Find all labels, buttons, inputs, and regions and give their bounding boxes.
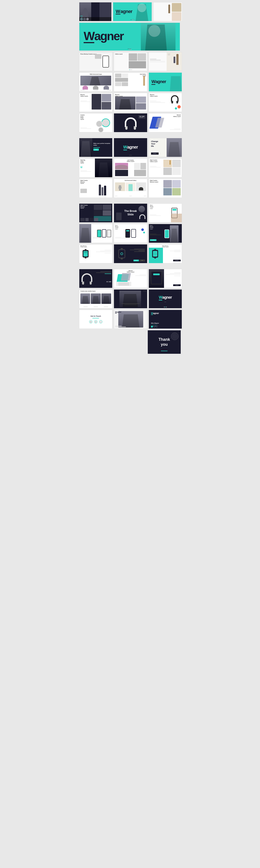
slide-width-horiz-label: Width Horizontal Image (90, 73, 102, 75)
right-creative-masonry-left-label: Right CreativeMasonryLayout (80, 180, 88, 184)
slide-break[interactable]: The Break Slide (114, 204, 147, 222)
slide-right-creative-gallery[interactable]: Right CreativeGallery Layout (149, 158, 182, 178)
slide-hero-main[interactable]: Wagner WAGNER (113, 2, 152, 21)
slide-wagner-dark2[interactable]: Wagner PRO (149, 289, 182, 308)
slide-label-phone: Phone Mockup Creative Layout (80, 53, 96, 55)
slide-person-light[interactable]: Wagner (114, 310, 147, 329)
slide-right-big[interactable]: Right BigImageLayout W (79, 158, 112, 178)
slide-right-layout[interactable]: LOGOTYPE (149, 52, 182, 71)
slide-dots (131, 20, 134, 20)
section2-row3: Right CreativeMasonryLayout Grid Horizon… (79, 179, 181, 198)
slide-change-your-life[interactable]: ChangeYourlife Read More (149, 138, 182, 157)
slide-grid-gallery-label: Grid GalleryLayout (140, 73, 146, 76)
get-in-touch-label: Get In Touch (81, 315, 111, 317)
section1-row6: CreativeCircleImageLayout (79, 113, 181, 132)
section-separator-1 (79, 134, 181, 138)
hero-full-text: agner (94, 29, 124, 43)
section3-row2: PhoneMockupCreativeLayout (79, 224, 181, 243)
slide-logo-layout[interactable]: ive yout (153, 2, 182, 21)
slide-label-gallery: Gallery Layout (115, 53, 123, 55)
slide-phone-mockup-1[interactable]: Phone Mockup Creative Layout (79, 52, 112, 71)
slide-right-creative-masonry-right[interactable]: Right CreativeMasonry Layout (149, 179, 182, 198)
change-your-text: ChangeYourlife (151, 140, 158, 147)
slide-grid-gallery[interactable]: Grid GalleryLayout (114, 72, 147, 92)
logo-teal-text: agner (155, 79, 166, 84)
section4-row2: Creative team member layout (79, 289, 181, 308)
section1-row5: MasonryGallery Layout. MasonryGallery La… (79, 93, 181, 112)
watch2-label: Watch MockupCreative Layout (162, 245, 169, 247)
section3-row1: Right CreativeMasonryLayout (79, 204, 181, 222)
slide-masonry1-label: MasonryGallery Layout. (80, 94, 88, 97)
section4-row3: Get In Touch ✉ ☏ ⌂ (79, 310, 181, 329)
slide-dark-partial[interactable]: NER CTION Creative team member (79, 2, 111, 21)
slide-creative-circle[interactable]: CreativeCircleImageLayout (79, 113, 112, 132)
section-separator-2 (79, 199, 181, 204)
slide-get-in-touch[interactable]: Get In Touch ✉ ☏ ⌂ (79, 310, 112, 329)
section1-row1: NER CTION Creative team member Wagner (79, 2, 181, 21)
slide-gallery-1[interactable]: Gallery Layout (114, 52, 147, 71)
slide-hero-full[interactable]: Wagner Wagner ‹ › (79, 23, 180, 51)
break-title: The Break Slide (122, 210, 139, 216)
slide-wagner-dark[interactable]: Wagner WAGNER (114, 138, 147, 157)
slide-masonry3-label: MasonryGallery Layout. (150, 94, 158, 97)
hero-logo-text: agner (121, 9, 132, 14)
right-creative-masonry-right-label: Right CreativeMasonry Layout (150, 180, 158, 183)
slide-creative-team[interactable]: Creative team member layout (79, 289, 112, 308)
section4-row4: Thankyou (79, 330, 181, 354)
wagner-dark-text: agner (127, 145, 138, 149)
slide-masonry3[interactable]: MasonryGallery Layout. (149, 93, 182, 112)
slide-phone-mid[interactable]: PhoneMockupCreativeLayout (114, 224, 147, 243)
mike-wagner-name: Mike Wagner (151, 322, 159, 324)
mike-wagner-logo: agner (153, 312, 159, 314)
watch1-label: Watch MockupCreative Layout (80, 245, 87, 247)
section1-row4: Width Horizontal Image Edit This Slide L… (79, 72, 181, 92)
section2-row2: Right BigImageLayout W Left CreativeGall… (79, 158, 181, 178)
next-arrow-icon[interactable]: › (179, 36, 180, 37)
slide-thank-you[interactable]: Thankyou (148, 330, 181, 354)
phone-right2-label: PhoneMockupCreativeLayout (150, 225, 153, 229)
slide-right-masonry-dark[interactable]: Right CreativeMasonryLayout (79, 204, 112, 222)
slide-right-creative-gallery-label: Right CreativeGallery Layout (150, 159, 158, 162)
slide-skewed-gallery2[interactable]: SkewedGallery Layout (114, 269, 147, 288)
slide-phone-right2[interactable]: PhoneMockupCreativeLayout Learn (149, 224, 182, 243)
slide-phone-right1[interactable]: PhoneMockupCreativeLayout (149, 204, 182, 222)
slide-headphone-dark[interactable]: XX / 1000 1 (79, 269, 112, 288)
creative-team-label: Creative team member layout (80, 290, 96, 292)
prev-arrow-icon[interactable]: ‹ (80, 36, 80, 37)
grid-horizontal-gallery-label: Grid Horizontal Gallery (125, 180, 136, 181)
slide-width-horizontal[interactable]: Width Horizontal Image Edit This Slide L… (79, 72, 112, 92)
page-container: NER CTION Creative team member Wagner (79, 0, 181, 358)
section4-row1: XX / 1000 1 SkewedGallery Layout (79, 269, 181, 288)
slide-right-creative-masonry-left[interactable]: Right CreativeMasonryLayout (79, 179, 112, 198)
slide-logo-teal[interactable]: Wagner (149, 72, 182, 92)
section1-row2: Wagner Wagner ‹ › (79, 23, 181, 51)
slide-skewed-gallery-label: SkewedGallery Layout (173, 114, 181, 117)
slide-skewed-gallery[interactable]: SkewedGallery Layout (149, 113, 182, 132)
skewed-gallery2-label: SkewedGallery Layout (127, 270, 134, 273)
slide-masonry1[interactable]: MasonryGallery Layout. (79, 93, 112, 112)
slide-mike-wagner[interactable]: Wagner Mike Wagner Creative Director (149, 310, 182, 329)
slide-watch1[interactable]: Watch MockupCreative Layout (79, 244, 112, 263)
gallery-dots (129, 69, 132, 70)
slide-watch-dark[interactable]: Buy Now Details (114, 244, 147, 263)
slide-creative-circle-label: CreativeCircleImageLayout (80, 114, 85, 120)
slide-person-dark[interactable]: WAGNER (114, 289, 147, 308)
slide-grid-horizontal-gallery[interactable]: Grid Horizontal Gallery (114, 179, 147, 198)
section2-row1: Make your perfect template today. ▶ Wagn… (79, 138, 181, 157)
slide-masonry2[interactable]: MasonryGallery Layout. (114, 93, 147, 112)
slide-product-dark[interactable]: XX / 1000 ITEM NAME 1 (114, 113, 147, 132)
slide-watch2[interactable]: Watch MockupCreative Layout (149, 244, 182, 263)
section-separator-3 (79, 265, 181, 269)
section3-row3: Watch MockupCreative Layout (79, 244, 181, 263)
slide-backpack[interactable]: Buy Now (149, 269, 182, 288)
slide-left-creative-label: Left CreativeGallery Layout (127, 159, 134, 162)
wagner-dark2-dots (164, 307, 167, 307)
slide-phone-left1[interactable]: PhoneMockupCreativeLayout (79, 224, 112, 243)
right-masonry-dark-label: Right CreativeMasonryLayout (80, 205, 88, 209)
phone-mid-label: PhoneMockupCreativeLayout (115, 225, 119, 229)
slide-left-creative-gallery[interactable]: Left CreativeGallery Layout (114, 158, 147, 178)
make-perfect-text: Make your perfect template today. (93, 143, 111, 146)
slide-make-perfect[interactable]: Make your perfect template today. ▶ (79, 138, 112, 157)
section1-row3: Phone Mockup Creative Layout Gallery Lay… (79, 52, 181, 71)
slide-right-big-label: Right BigImageLayout (80, 159, 85, 164)
